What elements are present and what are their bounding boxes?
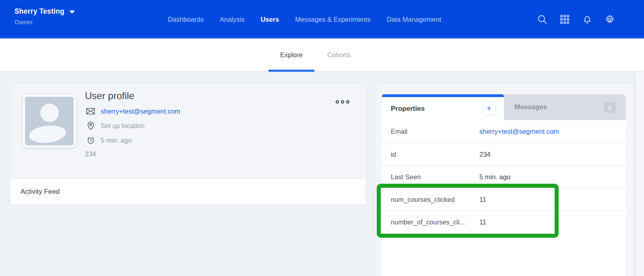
workspace-name: Sherry Testing <box>14 7 64 16</box>
nav-item-dashboards[interactable]: Dashboards <box>168 16 204 23</box>
app-header: Sherry Testing Owner Dashboards Analysis… <box>0 0 644 39</box>
property-row-num-courses-clicked: num_courses_clicked 11 <box>382 188 625 210</box>
nav-item-data-management[interactable]: Data Management <box>386 16 441 23</box>
nav-item-analysis[interactable]: Analysis <box>220 16 244 23</box>
avatar-silhouette-body <box>28 124 67 144</box>
workspace-role: Owner <box>14 19 75 26</box>
alarm-clock-icon <box>86 136 95 145</box>
main-nav: Dashboards Analysis Users Messages & Exp… <box>168 0 441 39</box>
profile-overflow-menu-icon[interactable] <box>334 99 351 105</box>
properties-panel-card: Properties + Messages 0 Email sherry+tes… <box>374 83 635 276</box>
avatar-silhouette-head <box>40 104 59 122</box>
set-up-location-link[interactable]: Set up location <box>101 122 144 130</box>
location-pin-icon <box>86 121 95 130</box>
activity-feed-title: Activity Feed <box>21 188 60 196</box>
user-profile-card: User profile sherry+test@segment.com Set… <box>10 83 366 205</box>
profile-location-row: Set up location <box>85 121 180 131</box>
properties-panel: Properties + Messages 0 Email sherry+tes… <box>382 94 625 276</box>
tab-messages[interactable]: Messages 0 <box>504 94 625 120</box>
property-value: 11 <box>479 218 486 226</box>
profile-email-row: sherry+test@segment.com <box>85 106 180 116</box>
user-avatar <box>23 95 76 147</box>
chevron-down-icon <box>69 10 75 14</box>
property-row-email: Email sherry+test@segment.com <box>382 120 625 143</box>
property-label: number_of_courses_cli... <box>391 218 465 226</box>
tab-explore-label: Explore <box>280 51 303 59</box>
panel-empty-space <box>382 233 625 276</box>
profile-user-id: 234 <box>85 150 180 158</box>
profile-last-seen-value: 5 min. ago <box>101 137 132 144</box>
settings-gear-icon[interactable] <box>605 14 615 25</box>
tab-cohorts-label: Cohorts <box>327 51 351 59</box>
property-label: Email <box>391 128 407 135</box>
page-right-gutter <box>635 71 644 276</box>
tab-cohorts[interactable]: Cohorts <box>321 39 357 71</box>
workspace-switcher[interactable]: Sherry Testing Owner <box>14 7 75 26</box>
tab-properties-label: Properties <box>391 105 425 113</box>
users-tabbar: Explore Cohorts <box>0 39 644 71</box>
panel-tabs: Properties + Messages 0 <box>382 94 625 120</box>
property-row-id: id 234 <box>382 143 625 165</box>
property-value: 5 min. ago <box>479 173 510 181</box>
dot <box>336 100 339 104</box>
messages-count-badge: 0 <box>604 102 616 113</box>
active-tab-topbar <box>382 94 504 97</box>
apps-grid-icon[interactable] <box>559 14 570 25</box>
profile-info: User profile sherry+test@segment.com Set… <box>85 90 180 158</box>
tab-properties[interactable]: Properties + <box>382 94 504 120</box>
dot <box>341 100 344 104</box>
property-label: Last Seen <box>391 173 421 181</box>
profile-last-seen-row: 5 min. ago <box>85 135 180 145</box>
property-value: 11 <box>479 195 486 203</box>
dot <box>346 100 349 104</box>
property-label: id <box>391 150 396 158</box>
tab-messages-label: Messages <box>514 103 547 111</box>
search-icon[interactable] <box>537 14 547 25</box>
profile-title: User profile <box>85 90 180 102</box>
nav-item-messages-experiments[interactable]: Messages & Experiments <box>295 16 370 23</box>
nav-item-users[interactable]: Users <box>260 16 279 23</box>
header-icon-bar <box>537 0 615 39</box>
tab-explore[interactable]: Explore <box>268 39 314 71</box>
activity-feed-section: Activity Feed <box>10 178 366 204</box>
profile-email-link[interactable]: sherry+test@segment.com <box>101 108 180 115</box>
property-value-email-link[interactable]: sherry+test@segment.com <box>479 128 559 135</box>
envelope-icon <box>86 108 95 115</box>
active-tab-underline <box>268 70 314 72</box>
add-property-button[interactable]: + <box>482 102 496 116</box>
notifications-bell-icon[interactable] <box>582 14 592 25</box>
property-value: 234 <box>479 150 491 158</box>
property-row-last-seen: Last Seen 5 min. ago <box>382 165 625 188</box>
property-row-number-of-courses-clicked: number_of_courses_cli... 11 <box>382 210 625 233</box>
property-label: num_courses_clicked <box>391 195 455 203</box>
